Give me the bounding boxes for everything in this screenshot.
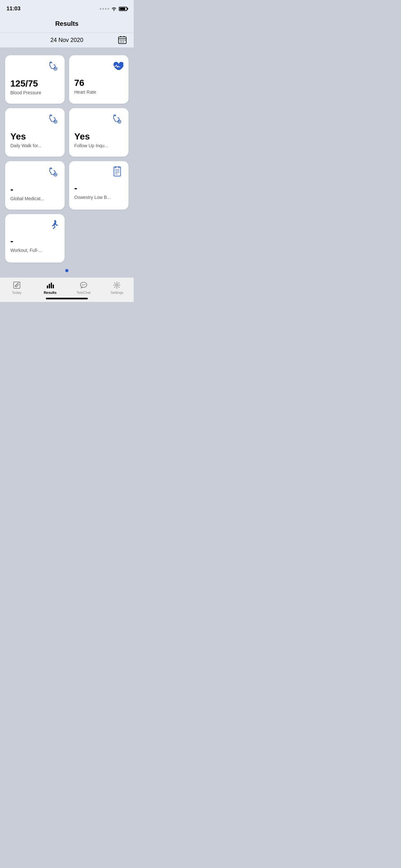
date-display: 24 Nov 2020 — [50, 37, 83, 43]
tab-results[interactable]: Results — [37, 281, 63, 294]
home-bar — [46, 298, 88, 299]
pagination-dots — [5, 269, 128, 272]
svg-point-24 — [50, 168, 50, 169]
svg-point-42 — [82, 284, 83, 285]
tab-telechat[interactable]: TeleChat — [71, 281, 96, 294]
date-bar: 24 Nov 2020 — [0, 33, 134, 48]
svg-point-15 — [55, 121, 56, 122]
svg-rect-33 — [115, 166, 117, 168]
svg-rect-3 — [120, 40, 121, 41]
svg-point-45 — [116, 284, 118, 286]
tab-results-icon — [46, 281, 54, 289]
tab-telechat-label: TeleChat — [76, 290, 90, 294]
stethoscope-icon-4 — [47, 166, 59, 179]
blood-pressure-label: Blood Pressure — [10, 90, 41, 95]
tab-today[interactable]: Today — [4, 281, 30, 294]
calendar-button[interactable] — [118, 35, 127, 45]
cards-grid: 125/75 Blood Pressure 76 Heart Rate — [5, 55, 128, 262]
blood-pressure-value: 125/75 — [10, 79, 38, 88]
svg-rect-38 — [49, 284, 50, 288]
stethoscope-icon-3 — [111, 113, 123, 126]
status-time: 11:03 — [6, 5, 20, 12]
card-global-medication[interactable]: - Global Medicat... — [5, 161, 65, 210]
follow-up-value: Yes — [74, 132, 90, 141]
tab-telechat-icon — [80, 281, 88, 289]
daily-walk-value: Yes — [10, 132, 26, 141]
header: Results — [0, 16, 134, 33]
svg-point-19 — [119, 121, 120, 122]
battery-icon — [119, 7, 127, 11]
stethoscope-icon — [47, 60, 59, 73]
svg-rect-40 — [53, 284, 54, 288]
runner-icon — [49, 219, 59, 230]
stethoscope-icon-2 — [47, 113, 59, 126]
svg-point-23 — [55, 174, 56, 175]
global-medication-value: - — [10, 185, 13, 194]
pagination-dot-active — [65, 269, 68, 272]
svg-rect-4 — [121, 40, 122, 41]
tab-settings-label: Settings — [111, 290, 123, 294]
svg-rect-9 — [123, 42, 124, 42]
heart-rate-label: Heart Rate — [74, 89, 96, 95]
svg-point-43 — [83, 284, 84, 285]
status-bar: 11:03 — [0, 0, 134, 16]
svg-point-17 — [51, 115, 52, 116]
tab-today-icon — [12, 281, 21, 289]
svg-rect-5 — [123, 40, 124, 41]
oswestry-value: - — [74, 184, 77, 193]
signal-dots-icon — [100, 8, 109, 10]
svg-point-44 — [84, 284, 85, 285]
svg-point-35 — [54, 220, 56, 222]
tab-settings-icon — [113, 281, 121, 289]
main-content: 125/75 Blood Pressure 76 Heart Rate — [0, 48, 134, 277]
svg-rect-2 — [124, 36, 124, 37]
card-daily-walk[interactable]: Yes Daily Walk for... — [5, 108, 65, 157]
tab-bar: Today Results TeleChat — [0, 277, 134, 296]
tab-results-label: Results — [43, 290, 57, 294]
wifi-icon — [111, 6, 117, 11]
home-indicator — [0, 296, 134, 302]
svg-rect-8 — [121, 42, 122, 42]
heart-rate-icon — [112, 60, 123, 72]
card-follow-up[interactable]: Yes Follow Up Inqu... — [69, 108, 128, 157]
svg-rect-1 — [120, 36, 121, 37]
svg-point-25 — [51, 168, 52, 169]
svg-point-11 — [55, 68, 56, 69]
svg-point-20 — [113, 115, 114, 116]
svg-rect-34 — [118, 166, 120, 168]
card-workout[interactable]: - Workout, Full-... — [5, 214, 65, 262]
card-oswestry[interactable]: - Oswestry Low B... — [69, 161, 128, 210]
workout-label: Workout, Full-... — [10, 248, 42, 253]
svg-point-21 — [115, 115, 116, 116]
global-medication-label: Global Medicat... — [10, 196, 44, 201]
page-title: Results — [55, 20, 79, 27]
follow-up-label: Follow Up Inqu... — [74, 143, 108, 148]
svg-point-16 — [50, 115, 50, 116]
tab-today-label: Today — [12, 290, 21, 294]
card-blood-pressure[interactable]: 125/75 Blood Pressure — [5, 55, 65, 104]
calendar-icon — [118, 35, 127, 44]
oswestry-label: Oswestry Low B... — [74, 195, 111, 200]
tab-settings[interactable]: Settings — [104, 281, 130, 294]
svg-rect-6 — [125, 40, 126, 41]
svg-point-13 — [51, 62, 52, 63]
checklist-icon — [112, 166, 123, 177]
workout-value: - — [10, 237, 13, 246]
svg-rect-7 — [120, 42, 121, 42]
heart-rate-value: 76 — [74, 79, 84, 88]
status-icons — [100, 6, 127, 11]
card-heart-rate[interactable]: 76 Heart Rate — [69, 55, 128, 104]
svg-rect-39 — [51, 283, 52, 288]
svg-rect-37 — [47, 285, 48, 288]
svg-point-12 — [50, 62, 50, 63]
daily-walk-label: Daily Walk for... — [10, 143, 42, 148]
